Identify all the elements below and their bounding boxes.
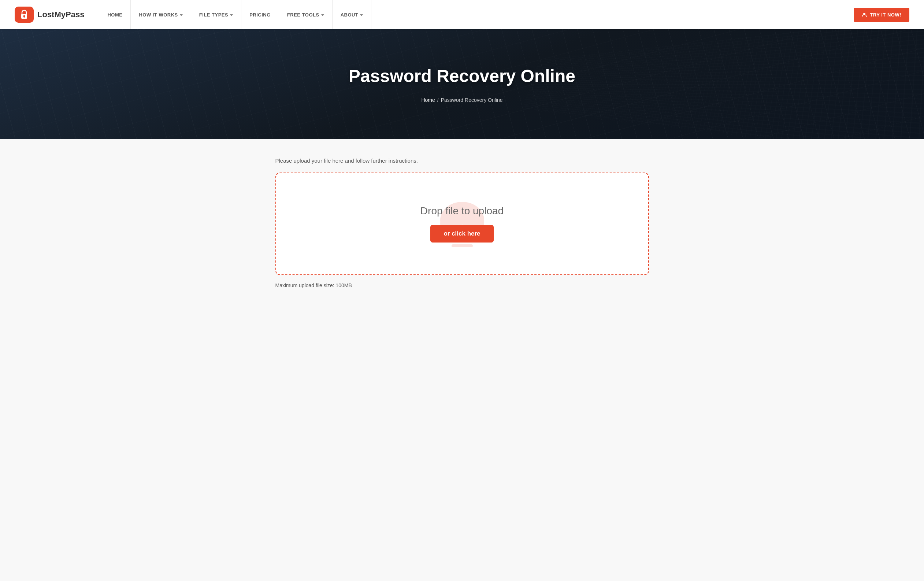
user-icon [862, 12, 867, 17]
logo-link[interactable]: LostMyPass [15, 7, 84, 23]
svg-rect-3 [24, 16, 25, 18]
breadcrumb-home-link[interactable]: Home [421, 97, 435, 103]
drop-text: Drop file to upload [421, 205, 503, 217]
upload-instructions: Please upload your file here and follow … [276, 157, 649, 164]
click-here-button[interactable]: or click here [430, 225, 493, 243]
nav-item-pricing[interactable]: PRICING [241, 0, 279, 29]
try-it-now-button[interactable]: TRY IT NOW! [854, 8, 909, 22]
nav-item-home[interactable]: HOME [99, 0, 130, 29]
nav-item-about[interactable]: ABOUT [332, 0, 372, 29]
breadcrumb: Home / Password Recovery Online [421, 97, 502, 103]
chevron-down-icon [180, 14, 183, 16]
breadcrumb-current: Password Recovery Online [441, 97, 503, 103]
chevron-down-icon [321, 14, 324, 16]
navbar: LostMyPass HOME HOW IT WORKS FILE TYPES … [0, 0, 924, 29]
nav-item-free-tools[interactable]: FREE TOOLS [279, 0, 332, 29]
logo-icon [15, 7, 34, 23]
hero-section: Password Recovery Online Home / Password… [0, 29, 924, 139]
main-content: Please upload your file here and follow … [261, 139, 663, 310]
nav-links: HOME HOW IT WORKS FILE TYPES PRICING FRE… [99, 0, 854, 29]
nav-item-how-it-works[interactable]: HOW IT WORKS [130, 0, 190, 29]
chevron-down-icon [360, 14, 363, 16]
upload-cloud-background-icon [426, 187, 499, 261]
nav-item-file-types[interactable]: FILE TYPES [191, 0, 241, 29]
file-drop-zone[interactable]: Drop file to upload or click here [276, 173, 649, 275]
brand-name: LostMyPass [37, 10, 84, 20]
hero-title: Password Recovery Online [349, 66, 575, 86]
max-size-note: Maximum upload file size: 100MB [276, 282, 649, 288]
chevron-down-icon [230, 14, 233, 16]
breadcrumb-separator: / [437, 97, 439, 103]
